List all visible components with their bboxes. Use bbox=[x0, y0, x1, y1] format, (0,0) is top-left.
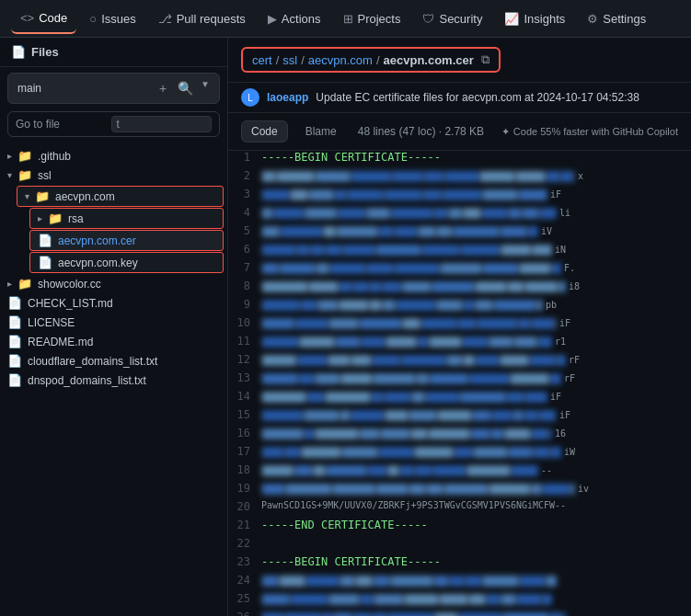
line-number: 12 bbox=[228, 353, 261, 366]
nav-settings[interactable]: ⚙ Settings bbox=[578, 5, 655, 33]
breadcrumb-filename: aecvpn.com.cer bbox=[384, 53, 474, 67]
line-number: 7 bbox=[228, 261, 261, 274]
blurred-content bbox=[261, 171, 574, 182]
code-line: 2x bbox=[228, 169, 691, 188]
tree-item--github[interactable]: ▸ 📁.github bbox=[0, 146, 227, 165]
copilot-icon: ✦ bbox=[501, 126, 510, 138]
copilot-badge[interactable]: ✦ Code 55% faster with GitHub Copilot bbox=[501, 126, 678, 138]
line-number: 8 bbox=[228, 279, 261, 292]
nav-code[interactable]: <> Code bbox=[11, 4, 76, 34]
nav-pull-requests[interactable]: ⎇ Pull requests bbox=[149, 5, 255, 33]
content-area: cert / ssl / aecvpn.com / aecvpn.com.cer… bbox=[228, 38, 691, 616]
breadcrumb-aecvpn-com[interactable]: aecvpn.com bbox=[308, 53, 373, 67]
tree-item-dnspod_domains_list-txt[interactable]: 📄dnspod_domains_list.txt bbox=[0, 371, 227, 390]
tree-item-label: rsa bbox=[68, 212, 84, 225]
nav-actions[interactable]: ▶ Actions bbox=[259, 5, 330, 33]
go-to-file-search[interactable]: Go to file t bbox=[7, 111, 220, 137]
tree-item-label: cloudflare_domains_list.txt bbox=[28, 355, 157, 368]
tree-item-cloudflare_domains_list-txt[interactable]: 📄cloudflare_domains_list.txt bbox=[0, 351, 227, 371]
blurred-content bbox=[261, 392, 547, 403]
line-number: 25 bbox=[228, 592, 261, 605]
file-tree: ▸ 📁.github▾ 📁ssl▾ 📁aecvpn.com▸ 📁rsa📄aecv… bbox=[0, 143, 227, 616]
line-number: 16 bbox=[228, 427, 261, 439]
chevron-icon: ▸ bbox=[7, 279, 12, 289]
tree-item-showcolor-cc[interactable]: ▸ 📁showcolor.cc bbox=[0, 274, 227, 293]
blurred-content bbox=[261, 263, 560, 274]
nav-security[interactable]: 🛡 Security bbox=[413, 5, 491, 33]
line-content: r1 bbox=[261, 335, 691, 348]
code-line: 17iW bbox=[228, 445, 691, 463]
folder-icon: 📁 bbox=[35, 189, 50, 203]
file-icon: 📄 bbox=[38, 234, 52, 247]
folder-icon: 📁 bbox=[17, 277, 32, 291]
blurred-content bbox=[261, 245, 551, 256]
tree-item-aecvpn-com[interactable]: ▾ 📁aecvpn.com bbox=[17, 186, 224, 207]
line-content: i8 bbox=[261, 279, 691, 292]
code-line: 12rF bbox=[228, 353, 691, 371]
tree-item-rsa[interactable]: ▸ 📁rsa bbox=[29, 208, 224, 229]
folder-icon: 📁 bbox=[48, 211, 63, 225]
tree-item-ssl[interactable]: ▾ 📁ssl bbox=[0, 165, 227, 185]
code-viewer[interactable]: 1-----BEGIN CERTIFICATE-----2x3iF4li5iV6… bbox=[228, 151, 691, 616]
tab-blame[interactable]: Blame bbox=[295, 120, 347, 143]
line-content: -----BEGIN CERTIFICATE----- bbox=[261, 151, 691, 164]
file-icon: 📄 bbox=[7, 335, 22, 348]
line-number: 24 bbox=[228, 574, 261, 587]
sidebar-title: 📄 Files bbox=[11, 45, 59, 59]
breadcrumb-ssl[interactable]: ssl bbox=[282, 53, 297, 67]
tree-item-aecvpn-com-key[interactable]: 📄aecvpn.com.key bbox=[29, 252, 224, 273]
line-number: 13 bbox=[228, 371, 261, 384]
projects-icon: ⊞ bbox=[343, 12, 353, 26]
nav-insights[interactable]: 📈 Insights bbox=[495, 5, 574, 33]
breadcrumb: cert / ssl / aecvpn.com / aecvpn.com.cer… bbox=[241, 47, 501, 73]
blurred-content bbox=[261, 594, 551, 605]
folder-icon: 📁 bbox=[17, 149, 32, 163]
copy-path-button[interactable]: ⧉ bbox=[481, 52, 489, 67]
main-layout: 📄 Files main + 🔍 ▼ Go to file t ▸ 📁.gith… bbox=[0, 38, 691, 616]
commit-author[interactable]: laoeapp bbox=[267, 91, 308, 104]
code-line: 13rF bbox=[228, 371, 691, 390]
add-file-button[interactable]: + bbox=[155, 79, 170, 97]
search-file-button[interactable]: 🔍 bbox=[174, 79, 197, 97]
line-number: 17 bbox=[228, 445, 261, 458]
line-content: -----END CERTIFICATE----- bbox=[261, 519, 691, 531]
tree-item-README-md[interactable]: 📄README.md bbox=[0, 332, 227, 351]
tree-item-LICENSE[interactable]: 📄LICENSE bbox=[0, 313, 227, 332]
tree-item-CHECK_LIST-md[interactable]: 📄CHECK_LIST.md bbox=[0, 293, 227, 313]
line-content: li bbox=[261, 206, 691, 219]
line-number: 9 bbox=[228, 298, 261, 311]
branch-actions: + 🔍 ▼ bbox=[155, 79, 210, 97]
blurred-content bbox=[261, 410, 556, 421]
tab-code[interactable]: Code bbox=[241, 120, 288, 143]
code-line: 14iF bbox=[228, 390, 691, 408]
code-line: 5iV bbox=[228, 224, 691, 243]
tree-item-aecvpn-com-cer[interactable]: 📄aecvpn.com.cer bbox=[29, 230, 224, 251]
tree-item-label: aecvpn.com.key bbox=[58, 257, 138, 269]
line-number: 11 bbox=[228, 335, 261, 348]
line-content: x bbox=[261, 169, 691, 182]
breadcrumb-cert[interactable]: cert bbox=[252, 53, 272, 67]
security-icon: 🛡 bbox=[422, 12, 434, 26]
line-number: 23 bbox=[228, 555, 261, 568]
nav-projects[interactable]: ⊞ Projects bbox=[334, 5, 410, 33]
blurred-content bbox=[261, 208, 556, 219]
sidebar: 📄 Files main + 🔍 ▼ Go to file t ▸ 📁.gith… bbox=[0, 38, 228, 616]
code-meta: 48 lines (47 loc) · 2.78 KB bbox=[358, 125, 484, 138]
nav-issues[interactable]: ○ Issues bbox=[80, 5, 144, 33]
line-content: -----BEGIN CERTIFICATE----- bbox=[261, 555, 691, 568]
branch-selector[interactable]: main + 🔍 ▼ bbox=[7, 73, 220, 104]
line-content: rF bbox=[261, 371, 691, 384]
code-line: 8i8 bbox=[228, 279, 691, 298]
blurred-content bbox=[261, 318, 556, 329]
sidebar-header: 📄 Files bbox=[0, 38, 227, 67]
line-number: 3 bbox=[228, 188, 261, 200]
blurred-content bbox=[261, 189, 547, 200]
line-content bbox=[261, 574, 691, 587]
pull-requests-icon: ⎇ bbox=[158, 12, 172, 26]
line-content: 16 bbox=[261, 427, 691, 439]
line-content: iF bbox=[261, 390, 691, 403]
code-line: 18-- bbox=[228, 463, 691, 482]
line-number: 14 bbox=[228, 390, 261, 403]
line-content: iW bbox=[261, 445, 691, 458]
code-line: 1-----BEGIN CERTIFICATE----- bbox=[228, 151, 691, 169]
